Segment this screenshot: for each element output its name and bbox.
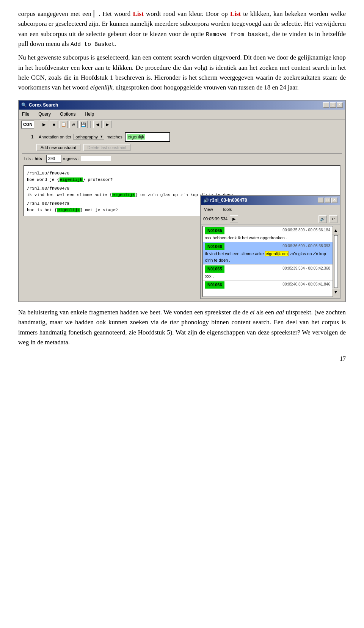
save-button[interactable]: 💾 [79, 121, 88, 128]
timestamp-4: 00:05:40.804 - 00:05:41.846 [282, 281, 330, 287]
eigenlijk-sub-hl: eigenlijk om [265, 251, 289, 256]
menu-query[interactable]: Query [37, 110, 52, 118]
toolbar-separator-2 [90, 121, 91, 128]
eigenlijk-italic: eigenlijk [90, 84, 113, 91]
list-word-ref: List [230, 10, 241, 17]
status-bar: hits : hits : 393 rogress : [22, 153, 342, 164]
corex-titlebar: 🔍 Corex Search _ □ ✕ [19, 100, 345, 110]
menu-help[interactable]: Help [83, 110, 96, 118]
sub-window-controls[interactable]: _ □ ✕ [318, 198, 337, 203]
query-row-1: 1 Annotation on tier orthography ▼ match… [22, 132, 342, 142]
query-input-box[interactable]: eigenlijk [125, 132, 170, 142]
item-text-4 [205, 289, 330, 295]
tier-select-wrapper[interactable]: orthography ▼ [74, 133, 104, 141]
sub-minimize-button[interactable]: _ [318, 198, 324, 203]
list-item-1: N01065 00:06:35.809 - 00:05:36.184 xxx h… [203, 226, 333, 242]
timestamp-3: 00:05:39.534 - 00:05:42.368 [282, 265, 330, 272]
add-to-basket-code: Add to Basket [71, 41, 115, 48]
corex-query-area: 1 Annotation on tier orthography ▼ match… [19, 130, 345, 301]
sub-vol-button[interactable]: 🔊 [318, 215, 327, 223]
minimize-button[interactable]: _ [323, 102, 329, 108]
sub-title: r3nl_03-fn000478 [210, 198, 247, 203]
corex-menubar: File Query Options Help [19, 110, 345, 119]
timestamp-1: 00:06:35.809 - 00:05:36.184 [282, 227, 330, 233]
eigenlijk-hl-2: eigenlijk [112, 193, 135, 197]
titlebar-left: 🔍 Corex Search [21, 102, 58, 109]
toolbar-separator [37, 121, 37, 128]
r3nl-window: 🔊 r3nl_03-fn000478 _ □ ✕ View Tools 00:0… [200, 195, 340, 299]
page-number: 17 [18, 354, 346, 364]
eigenlijk-hl-1: eigenlijk [60, 177, 83, 182]
sub-close-button[interactable]: ✕ [331, 198, 337, 203]
sub-content: N01065 00:06:35.809 - 00:05:36.184 xxx h… [201, 225, 340, 298]
add-constraint-button[interactable]: Add new constraint [36, 144, 80, 151]
window-controls[interactable]: _ □ ✕ [323, 102, 343, 108]
item-text-3: xxx . [205, 273, 330, 279]
item-text-2: ik vind het wel een slimme acke eigenlij… [205, 251, 330, 264]
sub-titlebar: 🔊 r3nl_03-fn000478 _ □ ✕ [201, 196, 340, 205]
corpus-label: CGN [21, 121, 34, 129]
matches-label: matches [107, 134, 122, 140]
constraint-buttons-row: Add new constraint Delete last constrain… [22, 144, 342, 151]
speaker-label-1: N01065 [205, 227, 224, 234]
scroll-up-button[interactable]: ▲ [332, 227, 340, 234]
timestamp-2: 00:06:36.609 - 00:05:38.393 [282, 243, 330, 249]
item-text-1: xxx hebben denk ik het water opgedronken… [205, 235, 330, 241]
stop-button[interactable]: ■ [50, 121, 58, 128]
sub-maximize-button[interactable]: □ [325, 198, 331, 203]
sub-scrollbar[interactable]: ▲ ▼ [333, 226, 338, 297]
speaker-label-2: N01066 [205, 243, 224, 250]
hits-colon-2: : [44, 155, 45, 162]
eigenlijk-highlight: eigenlijk [127, 134, 145, 140]
sub-menubar: View Tools [201, 205, 340, 214]
paragraph-3: Na beluistering van enkele fragmenten ha… [18, 308, 346, 347]
cursor-icon: ▏ [94, 10, 99, 17]
print-button[interactable]: 🖨 [69, 121, 78, 128]
menu-file[interactable]: File [20, 110, 31, 118]
result-path-1: /r3nl_03/fn000478 [27, 170, 337, 177]
sub-icon: 🔊 [203, 198, 209, 203]
ei-italic: ei [250, 309, 254, 316]
maximize-button[interactable]: □ [330, 102, 336, 108]
tier-select[interactable]: orthography [74, 134, 104, 140]
result-path-2: /r3nl_03/fn000478 [27, 185, 337, 192]
sub-menu-tools[interactable]: Tools [221, 206, 234, 213]
play-button[interactable]: ▶ [40, 121, 48, 128]
sub-titlebar-left: 🔊 r3nl_03-fn000478 [203, 197, 247, 204]
aai-italic: aai [276, 309, 284, 316]
list-word-red: List [133, 10, 143, 17]
sub-list-area: N01065 00:06:35.809 - 00:05:36.184 xxx h… [202, 226, 333, 297]
menu-options[interactable]: Options [58, 110, 77, 118]
paragraph-1: corpus aangegeven met een ▏. Het woord L… [18, 9, 346, 93]
corex-toolbar: CGN ▶ ■ 📋 🖨 💾 ◀ ▶ [19, 119, 345, 130]
sub-play-button[interactable]: ▶ [230, 215, 238, 223]
hits-label-2: hits [35, 155, 42, 162]
scroll-down-button[interactable]: ▼ [332, 289, 340, 296]
para1-start: corpus aangegeven met een [18, 10, 91, 17]
result-text-1: hoe word je {eigenlijk} professor? [27, 177, 337, 183]
speaker-n01065-2: N01065 00:05:39.534 - 00:05:42.368 [205, 265, 330, 273]
speaker-n01065-1: N01065 00:06:35.809 - 00:05:36.184 [205, 227, 330, 235]
sub-rewind-button[interactable]: ↩ [329, 215, 337, 223]
speaker-label-3: N01065 [205, 265, 224, 273]
forward-button[interactable]: ▶ [103, 121, 111, 128]
list-item-3: N01065 00:05:39.534 - 00:05:42.368 xxx . [203, 265, 333, 281]
page-content: corpus aangegeven met een ▏. Het woord L… [18, 9, 346, 364]
annotation-label: Annotation on tier [39, 134, 71, 140]
corex-search-window: 🔍 Corex Search _ □ ✕ File Query Options … [18, 100, 346, 302]
copy-button[interactable]: 📋 [60, 121, 68, 128]
delete-constraint-button[interactable]: Delete last constraint [83, 144, 131, 151]
list-item-4: N01066 00:05:40.804 - 00:05:41.846 [203, 281, 333, 297]
row-number: 1 [31, 133, 36, 141]
progress-box [81, 156, 111, 161]
tier-italic: tier [170, 319, 179, 326]
close-button[interactable]: ✕ [337, 102, 343, 108]
list-item-2[interactable]: N01066 00:06:36.609 - 00:05:38.393 ik vi… [203, 242, 333, 265]
hits-value: 393 [46, 155, 61, 163]
sub-toolbar: 00:05:39.534 ▶ 🔊 ↩ [201, 214, 340, 225]
sub-menu-view[interactable]: View [202, 206, 215, 213]
sub-time-display: 00:05:39.534 [203, 216, 228, 222]
hits-colon-label: hits : [24, 155, 33, 162]
remove-from-basket-code: Remove from basket [206, 31, 268, 38]
back-button[interactable]: ◀ [93, 121, 102, 128]
